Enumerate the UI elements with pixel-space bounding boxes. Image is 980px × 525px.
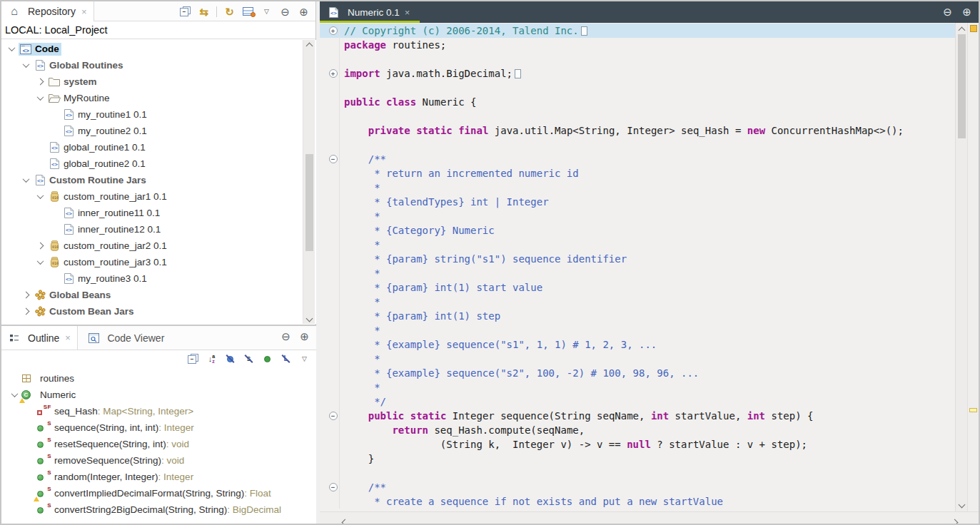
repository-scrollbar[interactable]: [303, 40, 315, 324]
tree-item[interactable]: 010custom_routine_jar1 0.1: [1, 188, 316, 205]
chevron-down-icon[interactable]: [4, 46, 19, 51]
code-line[interactable]: +// Copyright (c) 2006-2014, Talend Inc.: [320, 24, 955, 38]
chevron-right-icon[interactable]: [33, 79, 47, 84]
task-marker[interactable]: [970, 25, 977, 32]
chevron-down-icon[interactable]: [33, 260, 47, 265]
tab-code-viewer[interactable]: Code Viewer: [81, 326, 171, 350]
link-with-editor-icon[interactable]: ⇆: [198, 6, 210, 18]
code-line[interactable]: public class Numeric {: [320, 95, 955, 109]
code-line[interactable]: private static final java.util.Map<Strin…: [320, 123, 955, 138]
outline-item[interactable]: SFseq_Hash : Map<String, Integer>: [1, 403, 316, 419]
code-line[interactable]: *: [320, 323, 955, 337]
outline-item[interactable]: SconvertImpliedDecimalFormat(String, Str…: [1, 485, 316, 501]
scrollbar-thumb[interactable]: [958, 34, 966, 138]
outline-item[interactable]: Ssequence(String, int, int) : Integer: [1, 419, 316, 436]
code-line[interactable]: * {param} int(1) step: [320, 309, 955, 323]
chevron-down-icon[interactable]: [33, 96, 47, 101]
minimize-icon[interactable]: ⊖: [279, 6, 291, 18]
folded-region-box[interactable]: [581, 26, 587, 36]
maximize-icon[interactable]: ⊕: [298, 6, 310, 18]
editor-horizontal-scrollbar[interactable]: [320, 511, 979, 524]
hide-fields-icon[interactable]: [224, 353, 236, 365]
code-line[interactable]: * {Category} Numeric: [320, 223, 955, 238]
tree-item[interactable]: 010custom_routine_jar3 0.1: [1, 254, 316, 270]
code-line[interactable]: return seq_Hash.compute(seqName,: [320, 423, 955, 437]
scrollbar-thumb[interactable]: [305, 154, 313, 251]
tree-item[interactable]: <>global_routine1 0.1: [1, 139, 316, 156]
minimize-icon[interactable]: ⊖: [280, 330, 292, 342]
code-line[interactable]: *: [320, 238, 955, 252]
refresh-icon[interactable]: ↻: [223, 6, 236, 18]
tree-item[interactable]: <>my_routine3 0.1: [1, 270, 316, 287]
close-icon[interactable]: ×: [65, 332, 71, 343]
outline-item[interactable]: SconvertString2BigDecimal(String, String…: [1, 501, 316, 518]
hide-static-members-icon[interactable]: s: [243, 353, 255, 365]
code-line[interactable]: *: [320, 295, 955, 309]
view-menu-icon[interactable]: ▽: [298, 353, 310, 365]
hide-non-public-members-icon[interactable]: [261, 353, 273, 365]
outline-item[interactable]: SremoveSequence(String) : void: [1, 452, 316, 469]
code-line[interactable]: * return an incremented numeric id: [320, 166, 955, 180]
code-line[interactable]: *: [320, 266, 955, 280]
code-line[interactable]: *: [320, 380, 955, 394]
editor-vertical-scrollbar[interactable]: [955, 23, 967, 511]
code-line[interactable]: [320, 138, 955, 152]
collapse-all-icon[interactable]: [187, 353, 199, 365]
fold-collapse-icon[interactable]: −: [329, 155, 338, 163]
maximize-icon[interactable]: ⊕: [298, 330, 310, 342]
code-line[interactable]: − /**: [320, 480, 955, 494]
code-line[interactable]: package routines;: [320, 38, 955, 52]
code-line[interactable]: */: [320, 394, 955, 409]
fold-expand-icon[interactable]: +: [329, 26, 338, 35]
scroll-left-icon[interactable]: [343, 515, 348, 525]
code-line[interactable]: − /**: [320, 152, 955, 166]
scroll-down-icon[interactable]: [303, 312, 315, 324]
tree-item[interactable]: system: [1, 73, 316, 90]
chevron-down-icon[interactable]: [7, 392, 21, 397]
code-line[interactable]: * create a sequence if not exists and pu…: [320, 494, 955, 509]
code-line[interactable]: * {param} string("s1") sequence identifi…: [320, 252, 955, 266]
tree-item[interactable]: <>Custom Routine Jars: [1, 172, 316, 188]
tree-item[interactable]: <>my_routine1 0.1: [1, 106, 316, 123]
code-line[interactable]: * {example} sequence("s2", 100, -2) # 10…: [320, 366, 955, 380]
fold-collapse-icon[interactable]: −: [329, 412, 338, 420]
minimize-icon[interactable]: ⊖: [941, 6, 954, 19]
code-line[interactable]: (String k, Integer v) -> v == null ? sta…: [320, 437, 955, 452]
filter-table-icon[interactable]: [242, 6, 254, 18]
tree-item[interactable]: <>inner_routine11 0.1: [1, 205, 316, 221]
tree-item[interactable]: <>Code: [1, 41, 316, 57]
tree-item[interactable]: <>Global Routines: [1, 57, 316, 73]
chevron-down-icon[interactable]: [33, 194, 47, 199]
code-line[interactable]: * {talendTypes} int | Integer: [320, 195, 955, 209]
code-line[interactable]: − public static Integer sequence(String …: [320, 409, 955, 423]
chevron-right-icon[interactable]: [19, 309, 33, 314]
code-line[interactable]: * {example} sequence("s1", 1, 1) # 1, 2,…: [320, 337, 955, 352]
code-line[interactable]: *: [320, 180, 955, 195]
tree-item[interactable]: <>global_routine2 0.1: [1, 156, 316, 172]
code-line[interactable]: }: [320, 452, 955, 466]
chevron-right-icon[interactable]: [19, 292, 33, 297]
tab-outline[interactable]: Outline ×: [1, 326, 78, 350]
tab-numeric-editor[interactable]: <> Numeric 0.1 ×: [320, 1, 420, 23]
tree-item[interactable]: <>my_routine2 0.1: [1, 123, 316, 139]
code-line[interactable]: [320, 109, 955, 123]
fold-expand-icon[interactable]: +: [329, 69, 338, 78]
chevron-right-icon[interactable]: [33, 243, 47, 248]
folded-region-box[interactable]: [515, 69, 521, 78]
overview-ruler[interactable]: [967, 23, 979, 511]
close-icon[interactable]: ×: [405, 7, 410, 18]
chevron-down-icon[interactable]: [19, 63, 33, 68]
code-line[interactable]: [320, 81, 955, 95]
hide-local-types-icon[interactable]: L: [280, 353, 292, 365]
tab-repository[interactable]: ⌂ Repository ×: [1, 1, 94, 21]
outline-item[interactable]: routines: [1, 370, 316, 387]
scroll-up-icon[interactable]: [303, 40, 315, 51]
code-line[interactable]: +import java.math.BigDecimal;: [320, 66, 955, 81]
tree-item[interactable]: 010custom_routine_jar2 0.1: [1, 238, 316, 254]
outline-item[interactable]: SresetSequence(String, int) : void: [1, 436, 316, 452]
fold-collapse-icon[interactable]: −: [329, 483, 338, 491]
code-line[interactable]: * {param} int(1) start value: [320, 280, 955, 295]
maximize-icon[interactable]: ⊕: [961, 6, 973, 19]
occurrence-marker[interactable]: [969, 408, 977, 412]
outline-item[interactable]: Srandom(Integer, Integer) : Integer: [1, 469, 316, 485]
